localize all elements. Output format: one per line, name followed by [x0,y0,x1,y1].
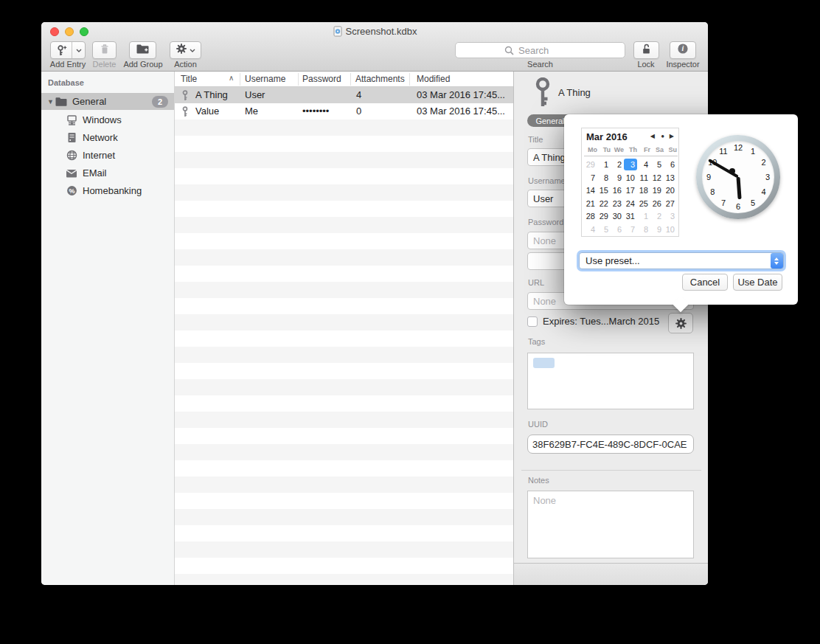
empty-row [175,330,513,347]
uuid-field[interactable]: 38F629B7-FC4E-489C-8DCF-0CAE [527,434,694,454]
empty-row [175,120,513,136]
table-row[interactable]: A ThingUser403 Mar 2016 17:45... [175,87,513,103]
calendar-day[interactable]: 3 [664,210,677,222]
calendar-day[interactable]: 10 [664,224,677,235]
inspector-label: Inspector [663,60,703,69]
lock-label: Lock [628,60,664,69]
today-icon[interactable]: ● [661,133,664,139]
sidebar-item-homebanking[interactable]: %Homebanking [41,182,174,199]
calendar-day[interactable]: 6 [611,224,624,235]
expires-checkbox[interactable] [527,316,538,327]
calendar-day[interactable]: 5 [650,159,664,170]
calendar-day[interactable]: 5 [597,224,611,235]
calendar-day[interactable]: 7 [584,172,597,184]
calendar-day[interactable]: 10 [624,172,637,184]
tags-box[interactable] [527,353,694,409]
sidebar: Database ▼General2WindowsNetworkInternet… [41,72,175,585]
clock-number: 7 [718,198,729,207]
prev-month-icon[interactable]: ◀ [650,133,655,139]
calendar-day[interactable]: 9 [650,224,664,235]
calendar-day[interactable]: 8 [597,172,611,184]
add-group-button[interactable] [129,41,156,59]
preset-select[interactable]: Use preset... [579,252,784,269]
sidebar-group-general[interactable]: ▼General2 [41,93,174,110]
cancel-button[interactable]: Cancel [682,274,728,291]
calendar-day[interactable]: 4 [584,224,597,235]
search-label: Search [455,60,625,69]
expires-date-button[interactable] [668,313,693,333]
calendar-day[interactable]: 9 [611,172,624,184]
calendar-day[interactable]: 20 [664,184,677,196]
calendar-day[interactable]: 14 [584,184,597,196]
lock-button[interactable] [633,41,659,59]
column-header-attachments[interactable]: Attachments [355,74,405,84]
day-name: Th [624,146,637,153]
column-header-title[interactable]: Title [181,74,197,84]
disclosure-triangle-icon[interactable]: ▼ [47,98,55,105]
empty-row [175,558,513,574]
table-header: Title∧UsernamePasswordAttachmentsModifie… [175,72,513,87]
calendar-day[interactable]: 23 [611,198,624,210]
sidebar-item-email[interactable]: EMail [41,165,174,181]
calendar-day[interactable]: 7 [624,224,637,235]
calendar-day[interactable]: 4 [637,159,650,170]
column-header-modified[interactable]: Modified [417,74,450,84]
calendar-day-names: MoTuWeThFrSaSu [584,146,678,156]
key-icon [533,77,552,111]
column-header-password[interactable]: Password [302,74,341,84]
table-row[interactable]: ValueMe••••••••003 Mar 2016 17:45... [175,103,513,120]
calendar-week: 21222324252627 [584,197,678,210]
calendar-day[interactable]: 2 [650,210,664,222]
empty-row [175,541,513,558]
sidebar-item-internet[interactable]: Internet [41,147,174,164]
calendar-day[interactable]: 16 [611,184,624,196]
calendar-day[interactable]: 29 [597,210,611,222]
calendar-day[interactable]: 15 [597,184,611,196]
delete-button[interactable] [92,41,117,59]
calendar-day[interactable]: 8 [637,224,650,235]
calendar-day[interactable]: 24 [624,198,637,210]
calendar-day[interactable]: 26 [650,198,664,210]
sidebar-item-label: Homebanking [83,185,142,196]
calendar-day[interactable]: 1 [637,210,650,222]
action-button[interactable] [170,41,201,59]
empty-row [175,363,513,379]
calendar-day[interactable]: 28 [584,210,597,222]
calendar-day[interactable]: 17 [624,184,637,196]
calendar-grid: 2912345678910111213141516171819202122232… [584,158,678,235]
calendar-day[interactable]: 13 [664,172,677,184]
calendar-day[interactable]: 1 [597,159,611,170]
calendar-day[interactable]: 30 [611,210,624,222]
calendar-day[interactable]: 31 [624,210,637,222]
calendar-day[interactable]: 3 [624,159,637,170]
tag-pill[interactable] [533,358,555,368]
next-month-icon[interactable]: ▶ [670,133,674,139]
calendar-day[interactable]: 25 [637,198,650,210]
sidebar-item-network[interactable]: Network [41,129,174,146]
notes-field[interactable]: None [527,491,694,558]
search-input[interactable]: Search [455,42,625,58]
calendar-day[interactable]: 27 [664,198,677,210]
calendar-day[interactable]: 2 [611,159,624,170]
use-date-button[interactable]: Use Date [733,274,782,291]
calendar-week: 28293031123 [584,210,678,223]
calendar-day[interactable]: 29 [584,159,597,170]
count-badge: 2 [152,96,168,108]
calendar-day[interactable]: 18 [637,184,650,196]
calendar-day[interactable]: 21 [584,198,597,210]
add-entry-dropdown[interactable] [72,42,85,58]
calendar-day[interactable]: 6 [664,159,677,170]
day-name: Fr [637,146,650,153]
calendar-day[interactable]: 11 [637,172,650,184]
action-label: Action [170,60,201,69]
column-header-username[interactable]: Username [245,74,285,84]
calendar-day[interactable]: 19 [650,184,664,196]
calendar-day[interactable]: 22 [597,198,611,210]
expires-label: Expires: Tues...March 2015 [543,316,659,327]
clock[interactable]: 123456789101112 [696,135,780,219]
add-entry-button[interactable] [50,41,86,59]
sidebar-item-windows[interactable]: Windows [41,111,174,128]
delete-label: Delete [88,60,120,69]
inspector-button[interactable]: i [670,41,696,59]
calendar-day[interactable]: 12 [650,172,664,184]
